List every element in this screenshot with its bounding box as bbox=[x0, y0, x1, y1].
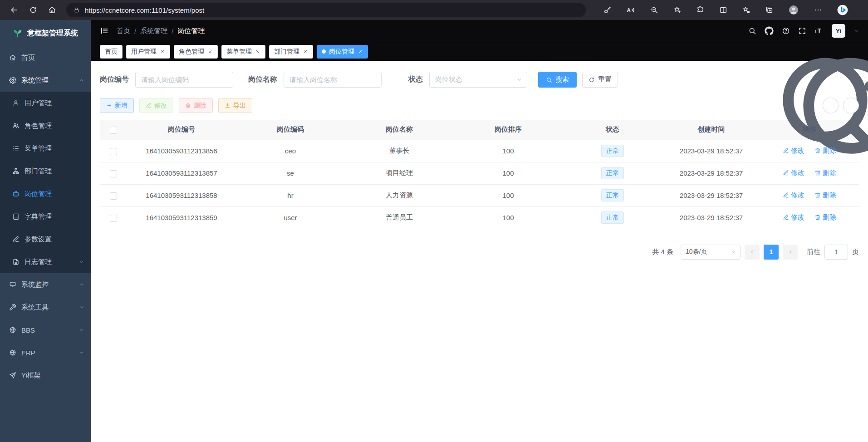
row-delete-button[interactable]: 删除 bbox=[814, 169, 836, 177]
extensions-icon[interactable] bbox=[696, 6, 704, 14]
sidebar-item-yi-framework[interactable]: Yi框架 bbox=[0, 364, 91, 387]
chevron-down-icon[interactable] bbox=[853, 28, 859, 34]
tab-user-mgmt[interactable]: 用户管理 bbox=[126, 45, 170, 59]
sidebar-item-system-mgmt[interactable]: 系统管理 bbox=[0, 69, 91, 92]
post-name-input[interactable] bbox=[284, 72, 382, 88]
breadcrumb-system-mgmt[interactable]: 系统管理 bbox=[140, 27, 167, 35]
favorites-icon[interactable] bbox=[742, 6, 750, 14]
edit-button[interactable]: 修改 bbox=[139, 98, 173, 113]
tab-role-mgmt[interactable]: 角色管理 bbox=[174, 45, 218, 59]
read-aloud-icon[interactable]: A bbox=[626, 5, 635, 15]
row-edit-button[interactable]: 修改 bbox=[783, 169, 804, 177]
status-badge: 正常 bbox=[601, 145, 624, 157]
sidebar-item-dept-mgmt[interactable]: 部门管理 bbox=[0, 160, 91, 182]
row-checkbox[interactable] bbox=[110, 148, 117, 155]
browser-refresh-button[interactable] bbox=[24, 2, 43, 18]
sidebar-item-user-mgmt[interactable]: 用户管理 bbox=[0, 92, 91, 114]
browser-back-button[interactable] bbox=[5, 2, 24, 18]
search-icon[interactable] bbox=[748, 27, 756, 35]
menu-label: 系统监控 bbox=[21, 280, 49, 289]
sidebar-item-log-mgmt[interactable]: 日志管理 bbox=[0, 250, 91, 273]
next-page-button[interactable] bbox=[783, 245, 798, 260]
trash-icon bbox=[185, 103, 191, 108]
sidebar-item-param-settings[interactable]: 参数设置 bbox=[0, 228, 91, 250]
fullscreen-icon[interactable] bbox=[798, 27, 806, 35]
close-icon[interactable] bbox=[255, 49, 260, 54]
status-select[interactable]: 岗位状态 bbox=[429, 72, 527, 88]
post-code-input[interactable] bbox=[135, 72, 233, 88]
chevron-down-icon bbox=[731, 249, 736, 255]
gear-icon bbox=[9, 77, 16, 84]
github-icon[interactable] bbox=[765, 26, 774, 35]
row-delete-button[interactable]: 删除 bbox=[814, 147, 836, 155]
sidebar-item-post-mgmt[interactable]: 岗位管理 bbox=[0, 182, 91, 205]
search-button[interactable]: 搜索 bbox=[538, 72, 577, 88]
sidebar-item-bbs[interactable]: BBS bbox=[0, 319, 91, 341]
svg-text:T: T bbox=[818, 28, 821, 34]
select-all-checkbox[interactable] bbox=[110, 127, 117, 134]
sidebar-item-tools[interactable]: 系统工具 bbox=[0, 296, 91, 319]
edit-icon bbox=[783, 170, 789, 176]
delete-button[interactable]: 删除 bbox=[179, 98, 213, 113]
tab-menu-mgmt[interactable]: 菜单管理 bbox=[221, 45, 265, 59]
goto-page-input[interactable] bbox=[824, 245, 848, 260]
back-icon bbox=[10, 5, 19, 15]
tab-dashboard[interactable]: 首页 bbox=[100, 45, 123, 59]
leaf-logo-icon bbox=[13, 28, 23, 38]
row-delete-button[interactable]: 删除 bbox=[814, 213, 836, 222]
row-edit-button[interactable]: 修改 bbox=[783, 191, 804, 200]
svg-text:t: t bbox=[815, 29, 816, 34]
breadcrumb-home[interactable]: 首页 bbox=[117, 27, 130, 35]
profile-avatar-icon[interactable] bbox=[788, 5, 799, 15]
cell-post-name: 普通员工 bbox=[345, 206, 454, 229]
tab-dept-mgmt[interactable]: 部门管理 bbox=[269, 45, 313, 59]
font-size-icon[interactable]: tT bbox=[814, 26, 824, 35]
user-avatar[interactable]: Yi bbox=[832, 24, 845, 38]
collections-icon[interactable] bbox=[765, 6, 773, 14]
row-delete-button[interactable]: 删除 bbox=[814, 191, 836, 200]
close-icon[interactable] bbox=[207, 49, 213, 54]
prev-page-button[interactable] bbox=[745, 245, 760, 260]
sidebar-item-monitor[interactable]: 系统监控 bbox=[0, 273, 91, 296]
chevron-down-icon bbox=[516, 77, 522, 83]
sidebar-item-dict-mgmt[interactable]: 字典管理 bbox=[0, 205, 91, 228]
page-size-select[interactable]: 10条/页 bbox=[681, 245, 740, 260]
sidebar-item-menu-mgmt[interactable]: 菜单管理 bbox=[0, 137, 91, 160]
reset-button[interactable]: 重置 bbox=[582, 72, 618, 88]
row-checkbox[interactable] bbox=[110, 170, 117, 177]
cell-created-time: 2023-03-29 18:52:37 bbox=[662, 162, 760, 184]
status-badge: 正常 bbox=[601, 211, 624, 224]
password-key-icon[interactable] bbox=[603, 6, 612, 14]
column-header-status: 状态 bbox=[563, 120, 662, 140]
browser-home-button[interactable] bbox=[43, 2, 62, 18]
zoom-icon[interactable] bbox=[650, 6, 658, 14]
close-icon[interactable] bbox=[358, 49, 363, 54]
row-checkbox[interactable] bbox=[110, 192, 117, 200]
row-checkbox[interactable] bbox=[110, 215, 117, 222]
bing-icon[interactable] bbox=[837, 4, 848, 16]
cell-post-name: 人力资源 bbox=[345, 184, 454, 206]
row-edit-button[interactable]: 修改 bbox=[783, 213, 804, 222]
sidebar-item-erp[interactable]: ERP bbox=[0, 341, 91, 364]
cell-post-id: 1641030593112313857 bbox=[127, 162, 236, 184]
app-logo[interactable]: 意框架管理系统 bbox=[0, 20, 91, 46]
split-screen-icon[interactable] bbox=[719, 6, 727, 14]
more-menu-icon[interactable] bbox=[814, 6, 822, 14]
row-edit-button[interactable]: 修改 bbox=[783, 147, 804, 155]
current-page-button[interactable]: 1 bbox=[764, 245, 779, 260]
help-icon[interactable] bbox=[782, 27, 790, 35]
edit-icon bbox=[12, 236, 20, 243]
sidebar-item-dashboard[interactable]: 首页 bbox=[0, 46, 91, 69]
add-button[interactable]: 新增 bbox=[100, 98, 134, 113]
close-icon[interactable] bbox=[160, 49, 165, 54]
close-icon[interactable] bbox=[303, 49, 308, 54]
users-icon bbox=[12, 122, 20, 129]
address-bar[interactable]: https://ccnetcore.com:1101/system/post bbox=[66, 3, 586, 17]
add-favorite-icon[interactable] bbox=[673, 6, 682, 14]
export-button[interactable]: 导出 bbox=[218, 98, 252, 113]
status-badge: 正常 bbox=[601, 167, 624, 179]
sidebar-toggle-icon[interactable] bbox=[100, 26, 109, 35]
tab-post-mgmt[interactable]: 岗位管理 bbox=[317, 45, 368, 59]
refresh-table-button[interactable] bbox=[843, 98, 859, 113]
sidebar-item-role-mgmt[interactable]: 角色管理 bbox=[0, 114, 91, 137]
